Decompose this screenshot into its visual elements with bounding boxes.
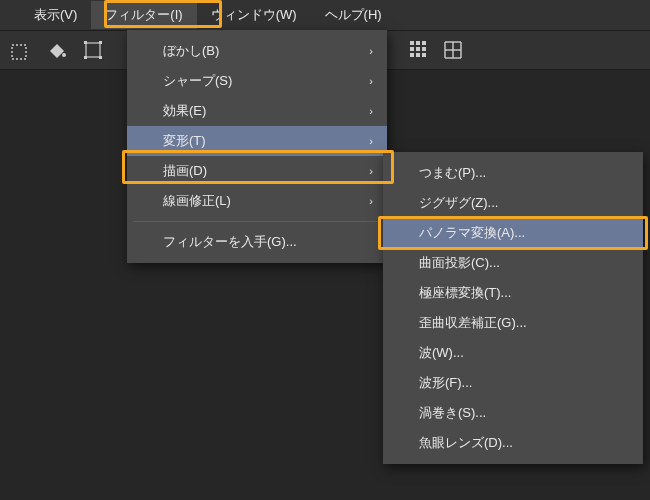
filter-effect[interactable]: 効果(E) › bbox=[127, 96, 387, 126]
transform-waveform-label: 波形(F)... bbox=[419, 374, 472, 392]
transform-submenu: つまむ(P)... ジグザグ(Z)... パノラマ変換(A)... 曲面投影(C… bbox=[383, 152, 643, 464]
filter-blur-label: ぼかし(B) bbox=[163, 42, 219, 60]
menubar: 表示(V) フィルター(I) ウィンドウ(W) ヘルプ(H) bbox=[0, 0, 650, 30]
chevron-right-icon: › bbox=[369, 45, 373, 57]
transform-fisheye[interactable]: 魚眼レンズ(D)... bbox=[383, 428, 643, 458]
chevron-right-icon: › bbox=[369, 75, 373, 87]
transform-wave[interactable]: 波(W)... bbox=[383, 338, 643, 368]
svg-rect-15 bbox=[422, 53, 426, 57]
selection-icon[interactable] bbox=[6, 35, 36, 65]
transform-curved[interactable]: 曲面投影(C)... bbox=[383, 248, 643, 278]
chevron-right-icon: › bbox=[369, 165, 373, 177]
filter-render-label: 描画(D) bbox=[163, 162, 207, 180]
transform-zigzag[interactable]: ジグザグ(Z)... bbox=[383, 188, 643, 218]
filter-sharpen[interactable]: シャープ(S) › bbox=[127, 66, 387, 96]
transform-polar-label: 極座標変換(T)... bbox=[419, 284, 511, 302]
chevron-right-icon: › bbox=[369, 105, 373, 117]
svg-rect-2 bbox=[86, 43, 100, 57]
filter-lineart-label: 線画修正(L) bbox=[163, 192, 231, 210]
transform-zigzag-label: ジグザグ(Z)... bbox=[419, 194, 498, 212]
transform-handles-icon[interactable] bbox=[78, 35, 108, 65]
svg-rect-4 bbox=[99, 41, 102, 44]
transform-spiral-label: 渦巻き(S)... bbox=[419, 404, 486, 422]
transform-pinch-label: つまむ(P)... bbox=[419, 164, 486, 182]
menu-filter[interactable]: フィルター(I) bbox=[91, 1, 196, 29]
transform-curved-label: 曲面投影(C)... bbox=[419, 254, 500, 272]
filter-sharpen-label: シャープ(S) bbox=[163, 72, 232, 90]
filter-render[interactable]: 描画(D) › bbox=[127, 156, 387, 186]
transform-panorama-label: パノラマ変換(A)... bbox=[419, 224, 525, 242]
svg-rect-11 bbox=[416, 47, 420, 51]
svg-rect-6 bbox=[99, 56, 102, 59]
svg-rect-3 bbox=[84, 41, 87, 44]
grid-large-icon[interactable] bbox=[438, 35, 468, 65]
svg-point-1 bbox=[62, 53, 66, 57]
filter-get-label: フィルターを入手(G)... bbox=[163, 233, 297, 251]
svg-rect-14 bbox=[416, 53, 420, 57]
grid-small-icon[interactable] bbox=[404, 35, 434, 65]
chevron-right-icon: › bbox=[369, 195, 373, 207]
filter-transform-label: 変形(T) bbox=[163, 132, 206, 150]
svg-rect-8 bbox=[416, 41, 420, 45]
filter-effect-label: 効果(E) bbox=[163, 102, 206, 120]
filter-dropdown: ぼかし(B) › シャープ(S) › 効果(E) › 変形(T) › 描画(D)… bbox=[127, 30, 387, 263]
transform-fisheye-label: 魚眼レンズ(D)... bbox=[419, 434, 513, 452]
svg-rect-0 bbox=[12, 45, 26, 59]
filter-transform[interactable]: 変形(T) › bbox=[127, 126, 387, 156]
transform-wave-label: 波(W)... bbox=[419, 344, 464, 362]
menu-separator bbox=[133, 221, 381, 222]
chevron-right-icon: › bbox=[369, 135, 373, 147]
svg-rect-12 bbox=[422, 47, 426, 51]
transform-distort-label: 歪曲収差補正(G)... bbox=[419, 314, 527, 332]
transform-distort[interactable]: 歪曲収差補正(G)... bbox=[383, 308, 643, 338]
menu-window[interactable]: ウィンドウ(W) bbox=[197, 1, 311, 29]
svg-rect-13 bbox=[410, 53, 414, 57]
svg-rect-5 bbox=[84, 56, 87, 59]
menu-help[interactable]: ヘルプ(H) bbox=[311, 1, 396, 29]
transform-panorama[interactable]: パノラマ変換(A)... bbox=[383, 218, 643, 248]
svg-rect-10 bbox=[410, 47, 414, 51]
transform-polar[interactable]: 極座標変換(T)... bbox=[383, 278, 643, 308]
menu-view[interactable]: 表示(V) bbox=[20, 1, 91, 29]
filter-lineart[interactable]: 線画修正(L) › bbox=[127, 186, 387, 216]
svg-rect-9 bbox=[422, 41, 426, 45]
filter-blur[interactable]: ぼかし(B) › bbox=[127, 36, 387, 66]
bucket-icon[interactable] bbox=[42, 35, 72, 65]
filter-get[interactable]: フィルターを入手(G)... bbox=[127, 227, 387, 257]
transform-pinch[interactable]: つまむ(P)... bbox=[383, 158, 643, 188]
transform-spiral[interactable]: 渦巻き(S)... bbox=[383, 398, 643, 428]
svg-rect-7 bbox=[410, 41, 414, 45]
transform-waveform[interactable]: 波形(F)... bbox=[383, 368, 643, 398]
